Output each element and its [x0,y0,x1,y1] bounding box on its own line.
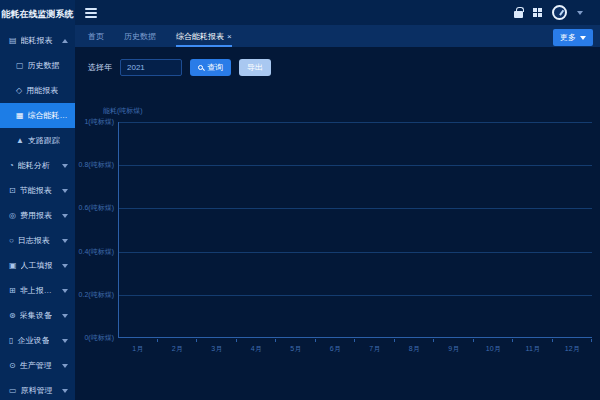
more-button[interactable]: 更多 [553,29,593,46]
y-tick-label: 0.8(吨标煤) [79,160,114,170]
x-tick-label: 11月 [513,344,553,354]
sidebar-group-collection-devices[interactable]: ⊛ 采集设备 [0,303,75,328]
chevron-down-icon[interactable] [577,11,583,15]
close-icon[interactable]: × [227,32,232,41]
search-icon [198,65,203,70]
sidebar-group-manual-entry[interactable]: ▣ 人工填报 [0,253,75,278]
hamburger-menu-icon[interactable] [85,8,97,18]
sidebar-item-label: 企业设备 [17,335,49,346]
tab-history-data[interactable]: 历史数据 [124,25,156,47]
sidebar-item-label: 综合能耗报表 [28,110,75,121]
y-tick-label: 1(吨标煤) [84,117,114,127]
y-tick-label: 0.2(吨标煤) [79,290,114,300]
avatar[interactable] [552,5,567,20]
sidebar-group-energy-saving-report[interactable]: ⊡ 节能报表 [0,178,75,203]
chevron-down-icon [62,189,68,193]
app-title: 能耗在线监测系统 [0,0,75,28]
x-tick-label: 5月 [276,344,316,354]
tab-comprehensive-energy-report[interactable]: 综合能耗报表 × [176,25,232,47]
x-tick-label: 4月 [237,344,277,354]
sidebar-group-energy-report[interactable]: ▤ 能耗报表 [0,28,75,53]
sidebar-item-branch-tracking[interactable]: ▲ 支路跟踪 [0,128,75,153]
x-tick-label: 12月 [553,344,593,354]
gear-icon: ⊛ [9,311,16,320]
query-toolbar: 选择年 查询 导出 [88,59,271,76]
sidebar-group-production-management[interactable]: ⊙ 生产管理 [0,353,75,378]
sidebar-item-label: 人工填报 [21,260,53,271]
tab-home[interactable]: 首页 [88,25,104,47]
sidebar-group-enterprise-devices[interactable]: ▯ 企业设备 [0,328,75,353]
x-axis-labels: 1月 2月 3月 4月 5月 6月 7月 8月 9月 10月 11月 12月 [118,344,592,354]
material-icon: ▭ [9,386,17,395]
chevron-down-icon [62,264,68,268]
chart-y-axis-title: 能耗(吨标煤) [103,106,143,116]
sidebar-group-energy-analysis[interactable]: ◔ 能耗分析 [0,153,75,178]
keyboard-icon: ⊞ [9,286,16,295]
tab-label: 综合能耗报表 [176,31,224,42]
gridline [119,165,592,166]
search-button-label: 查询 [207,62,223,73]
x-tick-label: 10月 [474,344,514,354]
main-content: 选择年 查询 导出 能耗(吨标煤) 1(吨标煤) 0.8(吨标煤) 0.6(吨标… [75,47,600,400]
sidebar-group-material-management[interactable]: ▭ 原料管理 [0,378,75,400]
manual-entry-icon: ▣ [9,261,17,270]
x-tick-label: 3月 [197,344,237,354]
y-tick-label: 0.6(吨标煤) [79,203,114,213]
x-tick-label: 9月 [434,344,474,354]
tab-bar: 首页 历史数据 综合能耗报表 × 更多 [75,25,600,47]
analysis-icon: ◔ [9,161,14,170]
app-window: 能耗在线监测系统 ▤ 能耗报表 ▢ 历史数据 ◇ 用能报表 ▦ 综合能耗报表 ▲… [0,0,600,400]
drop-icon: ◇ [16,86,22,95]
tab-label: 首页 [88,31,104,42]
chart-plot-area: 1(吨标煤) 0.8(吨标煤) 0.6(吨标煤) 0.4(吨标煤) 0.2(吨标… [118,122,592,338]
y-tick-label: 0.4(吨标煤) [79,247,114,257]
gridline [119,208,592,209]
export-button-label: 导出 [247,62,263,73]
sidebar-item-label: 支路跟踪 [28,135,60,146]
chevron-down-icon [62,289,68,293]
sidebar-item-label: 原料管理 [21,385,53,396]
cost-icon: ◎ [9,211,16,220]
sidebar-item-label: 日志报表 [18,235,50,246]
x-tick-label: 6月 [316,344,356,354]
export-button[interactable]: 导出 [239,59,271,76]
sidebar-item-comprehensive-energy-report[interactable]: ▦ 综合能耗报表 [0,103,75,128]
sidebar-group-unreported-manual-input[interactable]: ⊞ 非上报手工录入 [0,278,75,303]
grid-layout-icon[interactable] [533,8,542,17]
warning-triangle-icon: ▲ [16,136,24,145]
energy-saving-icon: ⊡ [9,186,16,195]
chevron-down-icon [62,314,68,318]
chevron-down-icon [62,339,68,343]
x-axis-ticks [118,339,592,342]
sidebar-item-energy-use-report[interactable]: ◇ 用能报表 [0,78,75,103]
lock-icon[interactable] [514,11,523,18]
chevron-down-icon [580,36,586,40]
sidebar-item-label: 非上报手工录入 [20,285,58,296]
sidebar-group-cost-report[interactable]: ◎ 费用报表 [0,203,75,228]
chevron-up-icon [62,39,68,43]
sidebar-group-log-report[interactable]: ○ 日志报表 [0,228,75,253]
log-icon: ○ [9,236,14,245]
sidebar-item-label: 能耗报表 [21,35,53,46]
device-icon: ▯ [9,336,13,345]
chevron-down-icon [62,389,68,393]
production-icon: ⊙ [9,361,16,370]
tab-label: 历史数据 [124,31,156,42]
search-button[interactable]: 查询 [190,59,231,76]
sidebar-item-label: 采集设备 [20,310,52,321]
more-button-label: 更多 [560,32,576,43]
x-tick-label: 1月 [118,344,158,354]
chevron-down-icon [62,164,68,168]
top-header [75,0,600,25]
sidebar-item-label: 生产管理 [20,360,52,371]
chevron-down-icon [62,364,68,368]
header-actions [514,5,590,20]
gridline [119,122,592,123]
sidebar-item-label: 费用报表 [20,210,52,221]
x-tick-label: 8月 [395,344,435,354]
year-input[interactable] [120,59,182,76]
report-icon: ▦ [16,111,24,120]
x-tick-label: 2月 [158,344,198,354]
sidebar-item-label: 用能报表 [26,85,58,96]
sidebar-item-history-data[interactable]: ▢ 历史数据 [0,53,75,78]
